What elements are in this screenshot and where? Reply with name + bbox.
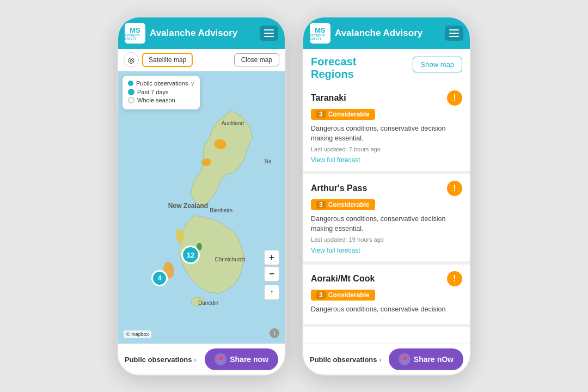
region-name-taranaki: Taranaki bbox=[311, 93, 346, 103]
nz-label: New Zealand bbox=[168, 202, 208, 210]
region-name-aoraki: Aoraki/Mt Cook bbox=[311, 274, 375, 284]
share-now-label: Share now bbox=[230, 355, 268, 364]
map-background: Public observations ∨ Past 7 days Whole … bbox=[118, 71, 285, 344]
public-obs-link2[interactable]: Public observations › bbox=[310, 356, 382, 364]
chevron-down-icon: ∨ bbox=[191, 81, 194, 87]
logo-sub: OUTDOOR SAFETY bbox=[125, 34, 145, 40]
map-area[interactable]: Public observations ∨ Past 7 days Whole … bbox=[118, 71, 285, 344]
card-updated-taranaki: Last updated: 7 hours ago bbox=[311, 146, 462, 152]
logo2: MS OUTDOOR SAFETY bbox=[310, 23, 330, 44]
list-header: ForecastRegions Show map bbox=[303, 49, 470, 84]
location-button[interactable]: ◎ bbox=[124, 52, 139, 68]
public-obs-text: Public observations bbox=[125, 356, 192, 364]
region-name-arthurs: Arthur's Pass bbox=[311, 183, 367, 193]
card-header-arthurs: Arthur's Pass ! bbox=[311, 181, 462, 196]
view-forecast-link-taranaki[interactable]: View full forecast bbox=[311, 156, 360, 164]
phone2-footer: Public observations › 📍 Share nOw bbox=[303, 344, 470, 375]
filter-whole-season-label: Whole season bbox=[137, 97, 175, 103]
radio-past7 bbox=[128, 89, 134, 95]
arrow-icon: › bbox=[194, 356, 196, 364]
compass-button[interactable]: ↑ bbox=[264, 285, 279, 300]
cluster-4[interactable]: 4 bbox=[151, 270, 168, 286]
logo-text: MS bbox=[125, 27, 145, 34]
phone2-header: MS OUTDOOR SAFETY Avalanche Advisory bbox=[303, 17, 470, 49]
mapbox-logo: © mapbox bbox=[124, 330, 151, 338]
filter-public-obs[interactable]: Public observations ∨ bbox=[128, 80, 194, 87]
obs-dot bbox=[128, 81, 133, 86]
zoom-in-button[interactable]: + bbox=[264, 250, 279, 265]
danger-badge-arthurs: 3 Considerable bbox=[311, 199, 375, 210]
card-desc-taranaki: Dangerous conditions, conservative decis… bbox=[311, 124, 462, 143]
badge-label-taranaki: Considerable bbox=[328, 111, 370, 118]
dunedin-label: Dunedin bbox=[198, 300, 218, 306]
location-icon: ◎ bbox=[128, 56, 134, 64]
exclamation-icon2: ! bbox=[453, 183, 456, 193]
badge-num-aoraki: 3 bbox=[316, 291, 326, 299]
share-now-button[interactable]: 📍 Share now bbox=[205, 348, 278, 370]
forecast-list: Taranaki ! 3 Considerable Dangerous cond… bbox=[303, 84, 470, 344]
badge-num-arthurs: 3 bbox=[316, 201, 326, 209]
warning-icon-taranaki: ! bbox=[447, 90, 462, 106]
arrow-icon2: › bbox=[379, 356, 381, 364]
card-header-aoraki: Aoraki/Mt Cook ! bbox=[311, 271, 462, 286]
filter-past7[interactable]: Past 7 days bbox=[128, 89, 194, 95]
exclamation-icon3: ! bbox=[453, 274, 456, 284]
logo: MS OUTDOOR SAFETY bbox=[125, 23, 145, 44]
danger-badge-taranaki: 3 Considerable bbox=[311, 109, 375, 120]
map-filter-panel: Public observations ∨ Past 7 days Whole … bbox=[122, 76, 200, 109]
blenheim-label: Blenheim bbox=[210, 207, 232, 213]
page-title2: Avalanche Advisory bbox=[335, 28, 440, 39]
menu2-line3 bbox=[449, 36, 459, 37]
share-now-button2[interactable]: 📍 Share nOw bbox=[389, 348, 463, 370]
card-desc-arthurs: Dangerous conditions, conservative decis… bbox=[311, 215, 462, 234]
menu-button[interactable] bbox=[260, 26, 278, 41]
orange-blob-2 bbox=[201, 158, 211, 166]
badge-label-aoraki: Considerable bbox=[328, 291, 370, 299]
menu2-line1 bbox=[449, 29, 459, 30]
public-obs-text2: Public observations bbox=[310, 356, 377, 364]
phone1-footer: Public observations › 📍 Share now bbox=[118, 344, 285, 375]
filter-whole-season[interactable]: Whole season bbox=[128, 97, 194, 103]
card-header-taranaki: Taranaki ! bbox=[311, 90, 462, 106]
menu-line2 bbox=[264, 33, 274, 34]
danger-badge-aoraki: 3 Considerable bbox=[311, 290, 375, 301]
zoom-out-button[interactable]: − bbox=[264, 266, 279, 281]
phone-list: MS OUTDOOR SAFETY Avalanche Advisory For… bbox=[302, 16, 471, 376]
show-map-button[interactable]: Show map bbox=[413, 57, 462, 72]
menu2-line2 bbox=[449, 33, 459, 34]
warning-icon-arthurs: ! bbox=[447, 181, 462, 196]
menu-line3 bbox=[264, 36, 274, 37]
page-title: Avalanche Advisory bbox=[150, 28, 255, 39]
forecast-card-taranaki: Taranaki ! 3 Considerable Dangerous cond… bbox=[303, 84, 470, 174]
map-toolbar: ◎ Satellite map Close map bbox=[118, 49, 285, 71]
share-now-label2: Share nOw bbox=[414, 355, 454, 364]
yellow-blob bbox=[176, 229, 184, 242]
card-updated-arthurs: Last updated: 19 hours ago bbox=[311, 236, 462, 243]
card-desc-aoraki: Dangerous conditions, conservative decis… bbox=[311, 305, 462, 315]
filter-public-label: Public observations bbox=[136, 80, 188, 87]
menu-button2[interactable] bbox=[445, 26, 463, 41]
zoom-controls: + − ↑ bbox=[264, 250, 279, 300]
logo-text2: MS bbox=[310, 27, 330, 34]
info-icon[interactable]: i bbox=[270, 328, 279, 338]
na-label: Na bbox=[265, 158, 272, 164]
exclamation-icon: ! bbox=[453, 93, 456, 103]
christchurch-label: Christchurch bbox=[215, 256, 245, 262]
warning-icon-aoraki: ! bbox=[447, 271, 462, 286]
logo-sub2: OUTDOOR SAFETY bbox=[310, 34, 330, 40]
view-forecast-link-arthurs[interactable]: View full forecast bbox=[311, 247, 360, 254]
forecast-regions-title: ForecastRegions bbox=[311, 56, 356, 81]
public-obs-link[interactable]: Public observations › bbox=[125, 356, 197, 364]
forecast-card-arthurs-pass: Arthur's Pass ! 3 Considerable Dangerous… bbox=[303, 174, 470, 265]
auckland-label: Auckland bbox=[222, 120, 244, 126]
close-map-button[interactable]: Close map bbox=[234, 53, 279, 66]
phone1-header: MS OUTDOOR SAFETY Avalanche Advisory bbox=[118, 17, 285, 49]
satellite-map-button[interactable]: Satellite map bbox=[142, 53, 193, 67]
badge-num-taranaki: 3 bbox=[316, 111, 326, 118]
menu-line1 bbox=[264, 29, 274, 30]
share-icon: 📍 bbox=[215, 353, 226, 365]
forecast-card-aoraki: Aoraki/Mt Cook ! 3 Considerable Dangerou… bbox=[303, 265, 470, 327]
filter-past7-label: Past 7 days bbox=[137, 89, 168, 95]
radio-whole-season bbox=[128, 97, 134, 103]
phone-map: MS OUTDOOR SAFETY Avalanche Advisory ◎ S… bbox=[117, 16, 286, 376]
